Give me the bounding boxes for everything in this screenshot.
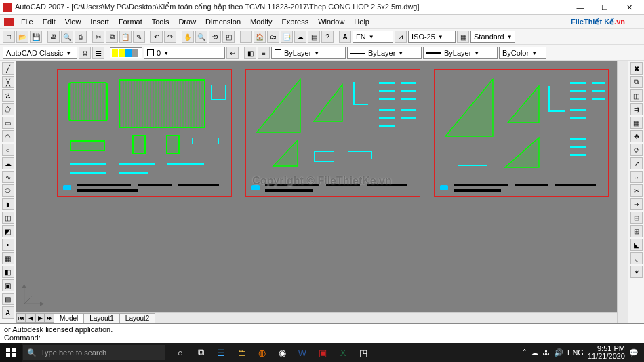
tool-palette-icon[interactable]: 🗂 — [267, 31, 279, 43]
menu-window[interactable]: Window — [313, 16, 349, 27]
tab-nav-first[interactable]: ⏮ — [16, 313, 26, 323]
properties-icon[interactable]: ☰ — [240, 31, 252, 43]
hatch-icon[interactable]: ▦ — [2, 252, 14, 264]
app-autocad-icon[interactable]: ▣ — [313, 344, 332, 361]
copy-icon[interactable]: ⧉ — [106, 31, 118, 43]
app-explorer-icon[interactable]: 🗀 — [232, 344, 251, 361]
command-line[interactable]: or Autodesk licensed application. Comman… — [0, 323, 644, 343]
color-control-icon[interactable]: ◧ — [244, 47, 256, 59]
menu-dimension[interactable]: Dimension — [201, 16, 245, 27]
match-icon[interactable]: ✎ — [133, 31, 145, 43]
help-icon[interactable]: ? — [321, 31, 334, 43]
revcloud-icon[interactable]: ☁ — [2, 157, 14, 169]
point-icon[interactable]: • — [2, 239, 14, 251]
app-generic-icon[interactable]: ◳ — [354, 344, 373, 361]
tab-layout2[interactable]: Layout2 — [119, 313, 156, 323]
ellipse-icon[interactable]: ⬭ — [2, 184, 14, 197]
undo-icon[interactable]: ↶ — [150, 31, 163, 43]
extend-icon[interactable]: ⇥ — [630, 198, 643, 210]
tab-nav-next[interactable]: ▶ — [35, 313, 45, 323]
redo-icon[interactable]: ↷ — [164, 31, 176, 43]
layer-prev-icon[interactable]: ↩ — [226, 47, 239, 59]
linetype-dropdown[interactable]: ByLayer▼ — [347, 47, 422, 59]
erase-icon[interactable]: ✖ — [630, 62, 643, 75]
lineweight-dropdown[interactable]: ByLayer▼ — [423, 47, 498, 59]
fillet-icon[interactable]: ◟ — [630, 252, 643, 264]
menu-format[interactable]: Format — [114, 16, 147, 27]
rotate-icon[interactable]: ⟳ — [630, 144, 643, 156]
array-icon[interactable]: ▦ — [630, 117, 643, 129]
table-icon[interactable]: ▤ — [2, 293, 14, 305]
text-style-icon[interactable]: A — [339, 31, 351, 43]
tray-clock[interactable]: 9:51 PM 11/21/2020 — [588, 345, 625, 360]
spline-icon[interactable]: ∿ — [2, 171, 14, 183]
color-dropdown[interactable]: ByLayer▼ — [271, 47, 346, 59]
menu-modify[interactable]: Modify — [245, 16, 277, 27]
layers-manager-icon[interactable]: ☰ — [92, 47, 104, 59]
region-icon[interactable]: ▣ — [2, 279, 14, 291]
scale-icon[interactable]: ⤢ — [630, 157, 643, 169]
zoom-win-icon[interactable]: ◰ — [222, 31, 235, 43]
app-chrome-icon[interactable]: ◉ — [273, 344, 291, 361]
menu-draw[interactable]: Draw — [174, 16, 201, 27]
tab-nav-last[interactable]: ⏭ — [45, 313, 54, 323]
zoom-icon[interactable]: 🔍 — [195, 31, 207, 43]
open-icon[interactable]: 📂 — [16, 31, 28, 43]
app-zalo-icon[interactable]: ☰ — [212, 344, 230, 361]
linetype-control-icon[interactable]: ≡ — [258, 47, 270, 59]
menu-view[interactable]: View — [60, 16, 86, 27]
tray-sound-icon[interactable]: 🔊 — [554, 348, 563, 357]
layer-state-icons[interactable] — [110, 47, 142, 58]
dim-icon[interactable]: ⊿ — [395, 31, 407, 43]
tray-lang[interactable]: ENG — [567, 348, 584, 357]
chamfer-icon[interactable]: ◣ — [630, 239, 643, 251]
menu-file[interactable]: File — [16, 16, 38, 27]
table-icon[interactable]: ▦ — [457, 31, 469, 43]
offset-icon[interactable]: ⇉ — [630, 103, 643, 115]
polyline-icon[interactable]: ☡ — [2, 89, 14, 102]
print-icon[interactable]: 🖶 — [47, 31, 60, 43]
design-center-icon[interactable]: 🏠 — [254, 31, 266, 43]
workspace-dropdown[interactable]: AutoCAD Classic▼ — [3, 47, 77, 59]
tab-layout1[interactable]: Layout1 — [83, 313, 120, 323]
zoom-prev-icon[interactable]: ⟲ — [209, 31, 221, 43]
tab-model[interactable]: Model — [54, 313, 84, 323]
line-icon[interactable]: ╱ — [2, 62, 14, 75]
layer-dropdown[interactable]: 0▼ — [144, 47, 225, 59]
font-dropdown[interactable]: FN▼ — [353, 31, 393, 43]
menu-express[interactable]: Express — [277, 16, 313, 27]
rectangle-icon[interactable]: ▭ — [2, 117, 14, 129]
menu-tools[interactable]: Tools — [147, 16, 174, 27]
drawing-canvas[interactable] — [16, 61, 617, 312]
join-icon[interactable]: ⊞ — [630, 225, 643, 237]
stretch-icon[interactable]: ↔ — [630, 171, 643, 183]
new-icon[interactable]: □ — [3, 31, 15, 43]
table-style-dropdown[interactable]: Standard▼ — [470, 31, 515, 43]
block-make-icon[interactable]: ◩ — [2, 225, 14, 237]
app-firefox-icon[interactable]: ◍ — [252, 344, 271, 361]
paste-icon[interactable]: 📋 — [119, 31, 132, 43]
circle-icon[interactable]: ○ — [2, 144, 14, 156]
taskview-icon[interactable]: ⧉ — [191, 344, 210, 361]
tray-notifications-icon[interactable]: 💬 — [629, 348, 639, 357]
menu-insert[interactable]: Insert — [85, 16, 114, 27]
taskbar-search[interactable]: 🔍 Type here to search — [23, 345, 165, 360]
menu-help[interactable]: Help — [349, 16, 374, 27]
mirror-icon[interactable]: ◫ — [630, 89, 643, 102]
trim-icon[interactable]: ✂ — [630, 184, 643, 197]
tray-network-icon[interactable]: 🖧 — [542, 348, 550, 357]
vertical-scrollbar[interactable] — [617, 61, 628, 323]
calc-icon[interactable]: ▤ — [308, 31, 320, 43]
arc-icon[interactable]: ◠ — [2, 130, 14, 142]
gradient-icon[interactable]: ◧ — [2, 266, 14, 278]
xline-icon[interactable]: ╳ — [2, 76, 14, 88]
menu-edit[interactable]: Edit — [38, 16, 60, 27]
preview-icon[interactable]: 🔍 — [61, 31, 73, 43]
pan-icon[interactable]: ✋ — [182, 31, 194, 43]
cut-icon[interactable]: ✂ — [92, 31, 104, 43]
tab-nav-prev[interactable]: ◀ — [26, 313, 35, 323]
markup-icon[interactable]: ☁ — [294, 31, 306, 43]
workspace-settings-icon[interactable]: ⚙ — [79, 47, 91, 59]
move-icon[interactable]: ✥ — [630, 130, 643, 142]
polygon-icon[interactable]: ⬠ — [2, 103, 14, 115]
